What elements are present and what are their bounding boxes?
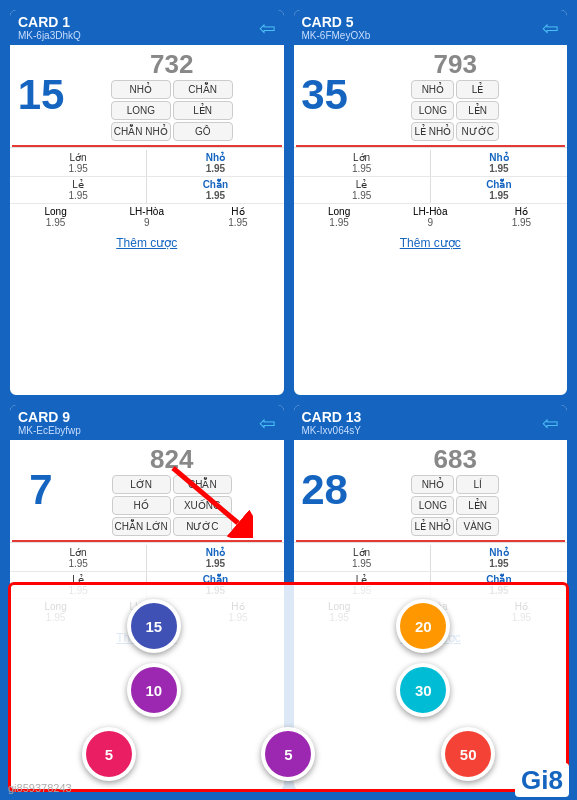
card-1-draw-number: 732 xyxy=(150,49,193,80)
chip-selection-overlay: 15 20 10 30 5 5 50 xyxy=(8,582,569,792)
card-9-arrow-icon[interactable]: ⇦ xyxy=(259,411,276,435)
card-13-bet-buttons: NHỎ LÍ LONG LẺN LẺ NHỎ VÀNG xyxy=(407,475,503,536)
card-13-lon-label: Lớn 1.95 xyxy=(294,545,430,571)
card-13-arrow-icon[interactable]: ⇦ xyxy=(542,411,559,435)
chip-20[interactable]: 20 xyxy=(396,599,450,653)
card-9-nho-label: Nhỏ 1.95 xyxy=(147,545,283,571)
card-13-draw-number: 683 xyxy=(434,444,477,475)
card-1-bet-len[interactable]: LẺN xyxy=(173,101,233,120)
chip-30[interactable]: 30 xyxy=(396,663,450,717)
card-5-bet-lenho[interactable]: LẺ NHỎ xyxy=(411,122,454,141)
card-5-odds: Lớn 1.95 Nhỏ 1.95 Lẻ 1.95 xyxy=(294,147,568,232)
chip-5b[interactable]: 5 xyxy=(261,727,315,781)
card-9-bet-lon[interactable]: LỚN xyxy=(112,475,171,494)
card-9-title: CARD 9 xyxy=(18,409,81,425)
card-5-lon-label: Lớn 1.95 xyxy=(294,150,430,176)
card-5-add-bet[interactable]: Thêm cược xyxy=(294,232,568,254)
card-13-number-row: 28 683 NHỎ LÍ LONG LẺN LẺ NHỎ VÀNG xyxy=(294,440,568,540)
card-9-bet-chan[interactable]: CHẴN xyxy=(173,475,232,494)
gi8-logo: Gi8 xyxy=(515,765,569,796)
card-1-number-row: 15 732 NHỎ CHẴN LONG LẺN CHẴN NHỎ GÔ xyxy=(10,45,284,145)
card-5-bet-nuoc[interactable]: NƯỚC xyxy=(456,122,499,141)
card-5-ho: Hồ 1.95 xyxy=(476,204,567,230)
card-13-nho-label: Nhỏ 1.95 xyxy=(431,545,567,571)
card-5-odds-row3: Long 1.95 LH-Hòa 9 Hồ 1.95 xyxy=(294,204,568,230)
chip-50[interactable]: 50 xyxy=(441,727,495,781)
card-9-header: CARD 9 MK-EcEbyfwp ⇦ xyxy=(10,405,284,440)
card-1-arrow-icon[interactable]: ⇦ xyxy=(259,16,276,40)
card-13-odds-row1: Lớn 1.95 Nhỏ 1.95 xyxy=(294,545,568,572)
chip-10[interactable]: 10 xyxy=(127,663,181,717)
card-5-long: Long 1.95 xyxy=(294,204,385,230)
card-9-draw-number: 824 xyxy=(150,444,193,475)
card-5-odds-row2: Lẻ 1.95 Chẵn 1.95 xyxy=(294,177,568,204)
card-9-code: MK-EcEbyfwp xyxy=(18,425,81,436)
card-1-header: CARD 1 MK-6ja3DhkQ ⇦ xyxy=(10,10,284,45)
card-13-bet-nho[interactable]: NHỎ xyxy=(411,475,454,494)
card-1-bet-long[interactable]: LONG xyxy=(111,101,171,120)
card-1-code: MK-6ja3DhkQ xyxy=(18,30,81,41)
card-5: CARD 5 MK-6FMeyOXb ⇦ 35 793 NHỎ LẺ LONG … xyxy=(292,8,570,397)
card-13-bet-lenho[interactable]: LẺ NHỎ xyxy=(411,517,454,536)
card-1-bet-buttons: NHỎ CHẴN LONG LẺN CHẴN NHỎ GÔ xyxy=(107,80,237,141)
card-1-odds-row3: Long 1.95 LH-Hòa 9 Hồ 1.95 xyxy=(10,204,284,230)
card-1-add-bet[interactable]: Thêm cược xyxy=(10,232,284,254)
card-5-chan-label: Chẵn 1.95 xyxy=(431,177,567,203)
card-5-bet-nho[interactable]: NHỎ xyxy=(411,80,454,99)
card-1-odds: Lớn 1.95 Nhỏ 1.95 Lẻ 1.95 xyxy=(10,147,284,232)
card-9-lon-label: Lớn 1.95 xyxy=(10,545,146,571)
chip-5a[interactable]: 5 xyxy=(82,727,136,781)
card-5-bet-le[interactable]: LẺ xyxy=(456,80,499,99)
card-1-bet-channho[interactable]: CHẴN NHỎ xyxy=(111,122,171,141)
card-9-bet-ho[interactable]: HỒ xyxy=(112,496,171,515)
card-13-title: CARD 13 xyxy=(302,409,362,425)
card-1-ho: Hồ 1.95 xyxy=(192,204,283,230)
card-9-bet-xuong[interactable]: XUỐNG xyxy=(173,496,232,515)
card-5-code: MK-6FMeyOXb xyxy=(302,30,371,41)
card-5-le-label: Lẻ 1.95 xyxy=(294,177,430,203)
card-1-chan-label: Chẵn 1.95 xyxy=(147,177,283,203)
card-5-bet-len[interactable]: LẺN xyxy=(456,101,499,120)
card-1-le-label: Lẻ 1.95 xyxy=(10,177,146,203)
card-1-title: CARD 1 xyxy=(18,14,81,30)
footer-id: gi859378243 xyxy=(8,778,72,796)
card-9-main-number: 7 xyxy=(16,466,66,514)
card-13-bet-len[interactable]: LẺN xyxy=(456,496,499,515)
card-5-nho-label: Nhỏ 1.95 xyxy=(431,150,567,176)
card-13-bet-long[interactable]: LONG xyxy=(411,496,454,515)
card-1-lon-label: Lớn 1.95 xyxy=(10,150,146,176)
card-1-odds-row1: Lớn 1.95 Nhỏ 1.95 xyxy=(10,150,284,177)
card-5-title: CARD 5 xyxy=(302,14,371,30)
card-13-bet-vang[interactable]: VÀNG xyxy=(456,517,499,536)
card-5-odds-row1: Lớn 1.95 Nhỏ 1.95 xyxy=(294,150,568,177)
top-row: CARD 1 MK-6ja3DhkQ ⇦ 15 732 NHỎ CHẴN LON… xyxy=(8,8,569,397)
bottom-row: CARD 9 MK-EcEbyfwp ⇦ 7 824 LỚN CHẴN HỒ X… xyxy=(8,403,569,792)
chips-bottom-row: 5 5 50 xyxy=(19,727,558,781)
card-9-bet-nuoc[interactable]: NƯỚC xyxy=(173,517,232,536)
card-1-bet-nho[interactable]: NHỎ xyxy=(111,80,171,99)
card-5-number-row: 35 793 NHỎ LẺ LONG LẺN LẺ NHỎ NƯỚC xyxy=(294,45,568,145)
card-9-bet-buttons: LỚN CHẴN HỒ XUỐNG CHẴN LỚN NƯỚC xyxy=(108,475,236,536)
card-1-nho-label: Nhỏ 1.95 xyxy=(147,150,283,176)
card-5-header: CARD 5 MK-6FMeyOXb ⇦ xyxy=(294,10,568,45)
card-5-arrow-icon[interactable]: ⇦ xyxy=(542,16,559,40)
card-1-bet-go[interactable]: GÔ xyxy=(173,122,233,141)
card-1-odds-row2: Lẻ 1.95 Chẵn 1.95 xyxy=(10,177,284,204)
card-9-odds-row1: Lớn 1.95 Nhỏ 1.95 xyxy=(10,545,284,572)
card-1-bet-chan[interactable]: CHẴN xyxy=(173,80,233,99)
card-9-bet-chanlon[interactable]: CHẴN LỚN xyxy=(112,517,171,536)
card-13-main-number: 28 xyxy=(300,466,350,514)
card-1-lhhoa: LH-Hòa 9 xyxy=(101,204,192,230)
card-5-lhhoa: LH-Hòa 9 xyxy=(385,204,476,230)
card-5-main-number: 35 xyxy=(300,71,350,119)
card-13-header: CARD 13 MK-Ixv064sY ⇦ xyxy=(294,405,568,440)
card-5-bet-buttons: NHỎ LẺ LONG LẺN LẺ NHỎ NƯỚC xyxy=(407,80,503,141)
card-13-bet-li[interactable]: LÍ xyxy=(456,475,499,494)
card-1: CARD 1 MK-6ja3DhkQ ⇦ 15 732 NHỎ CHẴN LON… xyxy=(8,8,286,397)
card-9-number-row: 7 824 LỚN CHẴN HỒ XUỐNG CHẴN LỚN NƯỚC xyxy=(10,440,284,540)
card-13-code: MK-Ixv064sY xyxy=(302,425,362,436)
card-5-bet-long[interactable]: LONG xyxy=(411,101,454,120)
card-1-main-number: 15 xyxy=(16,71,66,119)
chip-15[interactable]: 15 xyxy=(127,599,181,653)
card-1-long: Long 1.95 xyxy=(10,204,101,230)
